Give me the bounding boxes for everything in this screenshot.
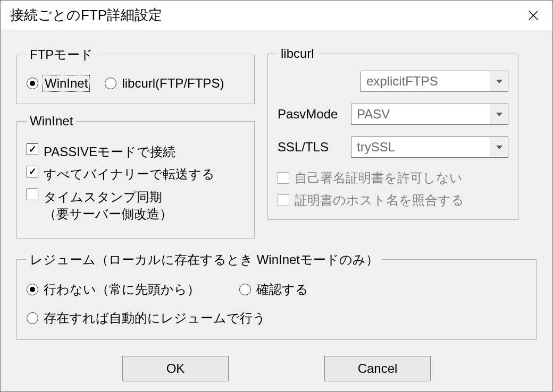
libcurl-ssl-label: SSL/TLS bbox=[278, 140, 347, 155]
checkbox-icon bbox=[27, 143, 38, 155]
resume-confirm-label: 確認する bbox=[256, 281, 308, 298]
libcurl-selfsigned-checkbox[interactable]: 自己署名証明書を許可しない bbox=[278, 169, 508, 186]
resume-confirm-option[interactable]: 確認する bbox=[239, 281, 420, 298]
libcurl-ssl-value: trySSL bbox=[357, 140, 490, 155]
radio-icon bbox=[27, 78, 38, 89]
resume-auto-option[interactable]: 存在すれば自動的にレジュームで行う bbox=[27, 310, 314, 327]
radio-icon bbox=[239, 284, 251, 295]
resume-legend: レジューム（ローカルに存在するとき WinInetモードのみ） bbox=[27, 251, 382, 268]
libcurl-protocol-combo[interactable]: explicitFTPS bbox=[361, 71, 508, 92]
chevron-down-icon bbox=[490, 104, 508, 124]
cancel-button[interactable]: Cancel bbox=[324, 356, 431, 381]
libcurl-verifyhost-checkbox[interactable]: 証明書のホスト名を照合する bbox=[278, 192, 508, 209]
checkbox-icon bbox=[27, 166, 38, 177]
checkbox-icon bbox=[27, 189, 38, 200]
close-icon bbox=[528, 10, 539, 21]
window-title: 接続ごとのFTP詳細設定 bbox=[10, 6, 162, 24]
ftp-mode-wininet-label: WinInet bbox=[44, 76, 89, 91]
ftp-mode-libcurl-option[interactable]: libcurl(FTP/FTPS) bbox=[105, 76, 224, 91]
checkbox-icon bbox=[278, 194, 289, 206]
libcurl-pasv-value: PASV bbox=[357, 107, 490, 122]
libcurl-group: libcurl explicitFTPS PasvMode PASV bbox=[267, 46, 518, 220]
resume-none-option[interactable]: 行わない（常に先頭から） bbox=[27, 281, 207, 298]
wininet-passive-checkbox[interactable]: PASSIVEモードで接続 bbox=[27, 143, 245, 160]
ok-button[interactable]: OK bbox=[122, 356, 229, 381]
wininet-timestamp-label: タイムスタンプ同期 （要サーバー側改造） bbox=[44, 189, 172, 223]
wininet-binary-checkbox[interactable]: すべてバイナリーで転送する bbox=[27, 166, 245, 183]
wininet-passive-label: PASSIVEモードで接続 bbox=[44, 143, 175, 160]
wininet-binary-label: すべてバイナリーで転送する bbox=[44, 166, 215, 183]
ftp-mode-libcurl-label: libcurl(FTP/FTPS) bbox=[122, 76, 224, 91]
close-button[interactable] bbox=[522, 7, 545, 24]
titlebar: 接続ごとのFTP詳細設定 bbox=[1, 1, 552, 30]
libcurl-protocol-value: explicitFTPS bbox=[366, 74, 490, 89]
chevron-down-icon bbox=[490, 71, 508, 91]
dialog-body: FTPモード WinInet libcurl(FTP/FTPS) WinInet bbox=[1, 30, 552, 392]
libcurl-ssl-combo[interactable]: trySSL bbox=[351, 137, 508, 158]
radio-icon bbox=[27, 284, 38, 295]
libcurl-verifyhost-label: 証明書のホスト名を照合する bbox=[295, 192, 464, 209]
checkbox-icon bbox=[278, 172, 289, 184]
resume-auto-label: 存在すれば自動的にレジュームで行う bbox=[44, 310, 266, 327]
ftp-mode-legend: FTPモード bbox=[27, 46, 96, 63]
radio-icon bbox=[27, 312, 38, 324]
resume-group: レジューム（ローカルに存在するとき WinInetモードのみ） 行わない（常に先… bbox=[16, 251, 537, 340]
chevron-down-icon bbox=[490, 137, 508, 157]
ftp-mode-wininet-option[interactable]: WinInet bbox=[27, 76, 89, 91]
wininet-group: WinInet PASSIVEモードで接続 すべてバイナリーで転送する タイムス… bbox=[16, 114, 255, 238]
wininet-timestamp-checkbox[interactable]: タイムスタンプ同期 （要サーバー側改造） bbox=[27, 189, 245, 223]
libcurl-selfsigned-label: 自己署名証明書を許可しない bbox=[295, 169, 463, 186]
ftp-mode-group: FTPモード WinInet libcurl(FTP/FTPS) bbox=[16, 46, 255, 104]
libcurl-legend: libcurl bbox=[278, 46, 317, 61]
libcurl-pasv-label: PasvMode bbox=[278, 107, 347, 122]
wininet-legend: WinInet bbox=[27, 114, 76, 129]
radio-icon bbox=[105, 78, 116, 89]
libcurl-pasv-combo[interactable]: PASV bbox=[351, 104, 508, 125]
resume-none-label: 行わない（常に先頭から） bbox=[44, 281, 200, 298]
